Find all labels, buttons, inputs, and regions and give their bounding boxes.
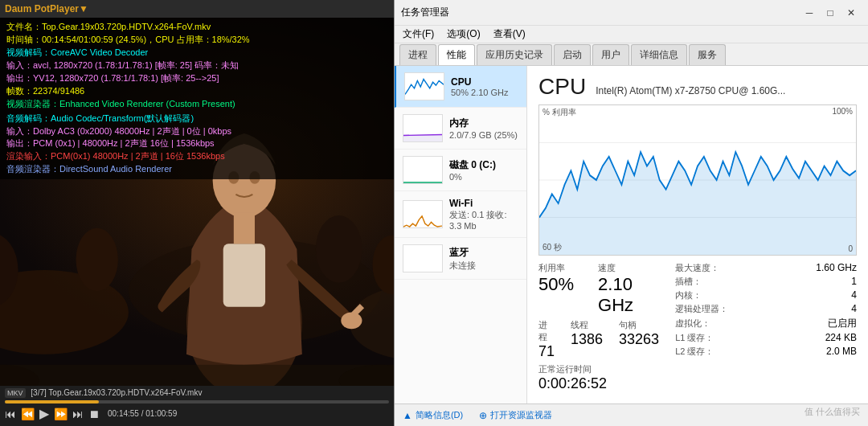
l1cache-label: L1 缓存： (675, 332, 714, 344)
wifi-resource-value: 发送: 0.1 接收: 3.3 Mb (449, 209, 518, 231)
uptime-value: 0:00:26:52 (538, 375, 607, 391)
player-titlebar: Daum PotPlayer▼ (0, 0, 394, 18)
tab-app-history[interactable]: 应用历史记录 (477, 44, 552, 65)
cpu-resource-value: 50% 2.10 GHz (451, 88, 518, 97)
player-controls: ⏮ ⏪ ▶ ⏩ ⏭ ⏹ 00:14:55 / 01:00:59 (5, 406, 389, 421)
timecode-line: 时间轴：00:14:54/01:00:59 (24.5%)，CPU 占用率：18… (6, 34, 387, 47)
virtualization-row: 虚拟化： 已启用 (675, 317, 857, 330)
threads-group: 线程 1386 (571, 319, 603, 360)
svg-rect-11 (234, 212, 255, 244)
resource-cpu[interactable]: CPU 50% 2.10 GHz (395, 66, 526, 108)
menu-file[interactable]: 文件(F) (399, 26, 437, 43)
summary-button[interactable]: ▲ 简略信息(D) (403, 409, 463, 421)
virtualization-label: 虚拟化： (675, 317, 710, 330)
tab-performance[interactable]: 性能 (438, 44, 475, 65)
memory-resource-info: 内存 2.0/7.9 GB (25%) (449, 117, 518, 140)
chart-y-label: % 利用率 (542, 107, 576, 118)
summary-label: 简略信息(D) (416, 409, 463, 421)
play-button[interactable]: ▶ (39, 406, 49, 421)
tab-details[interactable]: 详细信息 (631, 44, 687, 65)
task-manager: 任务管理器 ─ □ ✕ 文件(F) 选项(O) 查看(V) 进程 性能 应用历史… (394, 0, 868, 426)
resource-wifi[interactable]: Wi-Fi 发送: 0.1 接收: 3.3 Mb (395, 191, 526, 238)
player-logo: Daum PotPlayer▼ (5, 3, 88, 14)
menu-view[interactable]: 查看(V) (490, 26, 529, 43)
watermark: 值 什么值得买 (805, 406, 860, 418)
disk-resource-value: 0% (449, 172, 518, 182)
cpu-stats-grid: 利用率 50% 速度 2.10 GHz 进程 71 (538, 262, 857, 395)
memory-resource-name: 内存 (449, 117, 518, 130)
chart-bottom-label: 60 秒 (542, 242, 562, 253)
processes-group: 进程 71 (538, 319, 555, 360)
cores-label: 内核： (675, 289, 702, 301)
stop-button[interactable]: ⏹ (88, 408, 100, 420)
stats-left: 利用率 50% 速度 2.10 GHz 进程 71 (538, 262, 659, 395)
menu-options[interactable]: 选项(O) (444, 26, 483, 43)
audio-output1-line: 输出：PCM (0x1) | 48000Hz | 2声道 16位 | 1536k… (6, 137, 387, 150)
logical-row: 逻辑处理器： 4 (675, 303, 857, 315)
progress-bar[interactable] (5, 400, 389, 403)
frame-count-line: 帧数：22374/91486 (6, 85, 387, 98)
max-speed-label: 最大速度： (675, 262, 719, 274)
tab-users[interactable]: 用户 (592, 44, 629, 65)
player-file-info: MKV [3/7] Top.Gear.19x03.720p.HDTV.x264-… (5, 387, 389, 398)
tab-services[interactable]: 服务 (689, 44, 726, 65)
cpu-header: CPU Intel(R) Atom(TM) x7-Z8750 CPU@ 1.60… (538, 74, 857, 100)
rewind-button[interactable]: ⏪ (21, 408, 35, 420)
cores-value: 4 (851, 289, 857, 301)
sockets-row: 插槽： 1 (675, 276, 857, 288)
player-filename: [3/7] Top.Gear.19x03.720p.HDTV.x264-FoV.… (31, 388, 202, 397)
virtualization-value: 已启用 (828, 317, 857, 330)
resource-disk[interactable]: 磁盘 0 (C:) 0% (395, 150, 526, 191)
chart-y2-label: 100% (832, 107, 853, 116)
cpu-util-speed: 利用率 50% 速度 2.10 GHz (538, 262, 659, 316)
svg-point-6 (316, 215, 362, 283)
processes-label: 进程 (538, 319, 555, 343)
cpu-uptime: 正常运行时间 0:00:26:52 (538, 363, 659, 392)
logical-value: 4 (851, 303, 857, 314)
handles-label: 句柄 (619, 319, 659, 331)
speed-value: 2.10 GHz (598, 274, 659, 316)
logical-label: 逻辑处理器： (675, 303, 728, 315)
audio-codec-line: 音频解码：Audio Codec/Transform(默认解码器) (6, 113, 387, 125)
file-name-line: 文件名：Top.Gear.19x03.720p.HDTV.x264-FoV.mk… (6, 21, 387, 34)
disk-resource-info: 磁盘 0 (C:) 0% (449, 158, 518, 182)
utilization-group: 利用率 50% (538, 262, 574, 316)
cpu-proc-thread: 进程 71 线程 1386 句柄 33263 (538, 319, 659, 360)
bluetooth-resource-value: 未连接 (449, 260, 518, 272)
stats-right: 最大速度： 1.60 GHz 插槽： 1 内核： 4 逻辑处理器： 4 (675, 262, 857, 395)
tm-bottombar: ▲ 简略信息(D) ⊕ 打开资源监视器 (395, 403, 868, 426)
cpu-resource-info: CPU 50% 2.10 GHz (451, 76, 518, 97)
player-info-overlay: 文件名：Top.Gear.19x03.720p.HDTV.x264-FoV.mk… (0, 18, 394, 179)
audio-renderer-line: 音频渲染器：DirectSound Audio Renderer (6, 163, 387, 176)
monitor-label: 打开资源监视器 (490, 409, 552, 421)
resource-memory[interactable]: 内存 2.0/7.9 GB (25%) (395, 108, 526, 150)
disk-resource-name: 磁盘 0 (C:) (449, 158, 518, 172)
monitor-button[interactable]: ⊕ 打开资源监视器 (479, 409, 552, 421)
bluetooth-mini-chart (403, 244, 443, 272)
sockets-value: 1 (851, 276, 857, 287)
media-player: Daum PotPlayer▼ 文件名：Top.Gear.19x03.720p.… (0, 0, 394, 426)
time-display: 00:14:55 / 01:00:59 (108, 409, 177, 418)
prev-button[interactable]: ⏮ (5, 408, 16, 420)
tm-menubar: 文件(F) 选项(O) 查看(V) (395, 26, 868, 43)
svg-rect-9 (223, 244, 265, 307)
input-res-line: 输入：avcl, 1280x720 (1.78:1/1.78:1) [帧率: 2… (6, 59, 387, 72)
wifi-resource-name: Wi-Fi (449, 198, 518, 209)
cores-row: 内核： 4 (675, 289, 857, 301)
tab-process[interactable]: 进程 (399, 44, 436, 65)
close-button[interactable]: ✕ (841, 5, 862, 21)
svg-point-5 (76, 228, 118, 292)
sockets-label: 插槽： (675, 276, 702, 288)
next-button[interactable]: ⏭ (72, 408, 84, 420)
tab-startup[interactable]: 启动 (554, 44, 591, 65)
bluetooth-resource-info: 蓝牙 未连接 (449, 246, 518, 272)
tm-sidebar: CPU 50% 2.10 GHz 内存 2.0/7.9 GB (25%) (395, 66, 527, 403)
forward-button[interactable]: ⏩ (54, 408, 68, 420)
minimize-button[interactable]: ─ (799, 5, 820, 21)
cpu-resource-name: CPU (451, 76, 518, 88)
resource-bluetooth[interactable]: 蓝牙 未连接 (395, 238, 526, 280)
tm-titlebar: 任务管理器 ─ □ ✕ (395, 0, 868, 26)
maximize-button[interactable]: □ (820, 5, 841, 21)
tm-content: CPU 50% 2.10 GHz 内存 2.0/7.9 GB (25%) (395, 66, 868, 403)
handles-group: 句柄 33263 (619, 319, 659, 360)
